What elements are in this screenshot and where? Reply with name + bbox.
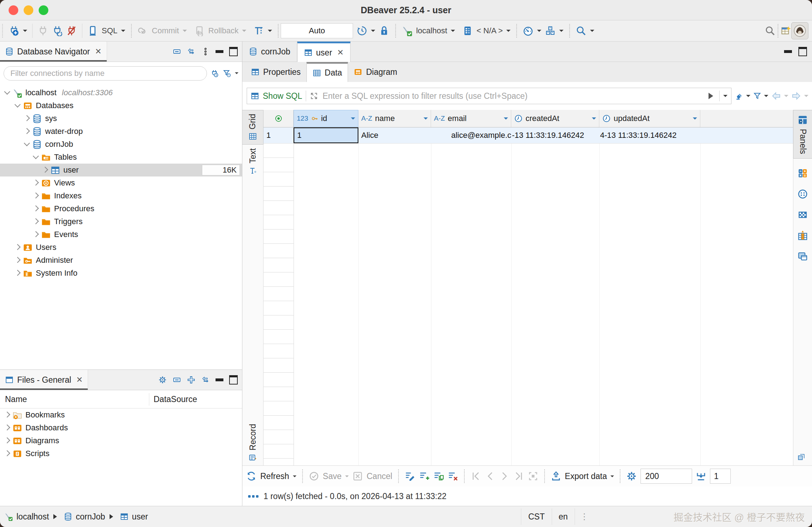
tab-text-presentation[interactable]: Text bbox=[242, 145, 263, 178]
tree-item-indexes[interactable]: Indexes bbox=[0, 189, 242, 202]
tab-data[interactable]: Data bbox=[306, 62, 348, 82]
minimize-panel-icon[interactable] bbox=[216, 50, 223, 53]
refresh-icon[interactable] bbox=[246, 471, 257, 482]
tree-item-views[interactable]: Views bbox=[0, 177, 242, 189]
tree-item-users[interactable]: Users bbox=[0, 241, 242, 254]
apply-filter-icon[interactable] bbox=[709, 93, 716, 99]
row-number-cell[interactable]: 1 bbox=[264, 127, 294, 143]
show-sql-button[interactable]: Show SQL bbox=[263, 91, 302, 101]
status-detail-icon[interactable] bbox=[248, 495, 258, 498]
cell-email[interactable]: alice@example.c bbox=[431, 127, 511, 143]
first-row-icon[interactable] bbox=[470, 471, 481, 482]
breadcrumb-table[interactable]: user bbox=[132, 512, 148, 522]
cell-name[interactable]: Alice bbox=[358, 127, 431, 143]
chevron-right-icon[interactable] bbox=[24, 128, 30, 134]
delete-row-icon[interactable] bbox=[448, 471, 458, 482]
column-header-email[interactable]: A-Z email bbox=[431, 110, 511, 127]
tree-item-events[interactable]: Events bbox=[0, 228, 242, 241]
commit-mode-select[interactable]: Auto bbox=[281, 23, 353, 38]
reconnect-icon[interactable] bbox=[52, 25, 63, 36]
collapse-all-icon[interactable] bbox=[173, 376, 181, 384]
transaction-log-dropdown[interactable] bbox=[371, 30, 375, 34]
sql-editor-dropdown[interactable] bbox=[121, 30, 125, 34]
column-header-updatedat[interactable]: updatedAt bbox=[599, 110, 700, 127]
tab-database-navigator[interactable]: Database Navigator ✕ bbox=[0, 42, 107, 62]
tree-item-tables[interactable]: Tables bbox=[0, 151, 242, 164]
commit-label[interactable]: Commit bbox=[152, 26, 179, 35]
chevron-right-icon[interactable] bbox=[33, 231, 39, 237]
forward-icon[interactable] bbox=[791, 91, 802, 101]
statusbar-menu-icon[interactable]: ⋮ bbox=[580, 506, 589, 527]
quick-search-icon[interactable] bbox=[765, 25, 775, 36]
next-row-icon[interactable] bbox=[499, 471, 510, 482]
chevron-right-icon[interactable] bbox=[4, 425, 10, 431]
lock-icon[interactable] bbox=[379, 25, 390, 36]
tab-grid-presentation[interactable]: Grid bbox=[242, 110, 264, 145]
language-indicator[interactable]: en bbox=[552, 508, 575, 525]
clear-filter-dropdown[interactable] bbox=[746, 95, 750, 99]
link-with-editor-icon[interactable] bbox=[201, 376, 210, 384]
tab-user[interactable]: user ✕ bbox=[297, 42, 351, 62]
metadata-panel-icon[interactable] bbox=[797, 189, 808, 199]
tree-item-system-info[interactable]: System Info bbox=[0, 267, 242, 280]
filter-settings-icon[interactable] bbox=[223, 69, 231, 78]
close-icon[interactable]: ✕ bbox=[337, 48, 344, 57]
schema-dropdown[interactable] bbox=[506, 30, 511, 34]
column-menu-dropdown[interactable] bbox=[592, 117, 596, 122]
chevron-right-icon[interactable] bbox=[4, 450, 10, 456]
duplicate-row-icon[interactable] bbox=[433, 471, 444, 482]
cell-id[interactable]: 1 bbox=[294, 127, 358, 143]
minimize-editor-icon[interactable] bbox=[784, 50, 792, 53]
grouping-panel-icon[interactable] bbox=[797, 230, 808, 241]
tree-item-water-drop[interactable]: water-drop bbox=[0, 125, 242, 138]
references-panel-icon[interactable] bbox=[797, 251, 808, 262]
new-connection-icon[interactable] bbox=[9, 25, 19, 36]
chevron-right-icon[interactable] bbox=[24, 115, 30, 121]
view-menu-icon[interactable] bbox=[201, 47, 210, 56]
search-icon[interactable] bbox=[576, 25, 586, 36]
column-menu-dropdown[interactable] bbox=[424, 117, 428, 122]
chevron-right-icon[interactable] bbox=[15, 257, 21, 263]
tree-item-triggers[interactable]: Triggers bbox=[0, 215, 242, 228]
column-header-createdat[interactable]: createdAt bbox=[511, 110, 599, 127]
cell-updatedat[interactable]: 4-13 11:33:19.146242 bbox=[599, 127, 700, 143]
files-item-diagrams[interactable]: Diagrams bbox=[0, 434, 242, 447]
connection-time-icon[interactable] bbox=[211, 69, 219, 78]
chevron-right-icon[interactable] bbox=[33, 180, 39, 186]
tasks-dropdown[interactable] bbox=[559, 30, 564, 34]
connection-filter-input[interactable] bbox=[10, 68, 201, 78]
perspective-icon[interactable] bbox=[780, 25, 791, 36]
user-profile-button[interactable] bbox=[791, 22, 808, 39]
column-menu-dropdown[interactable] bbox=[504, 117, 508, 122]
dashboard-dropdown[interactable] bbox=[537, 30, 541, 34]
sql-editor-label[interactable]: SQL bbox=[102, 26, 117, 35]
add-row-icon[interactable] bbox=[419, 471, 430, 482]
chevron-down-icon[interactable] bbox=[24, 140, 30, 146]
search-dropdown[interactable] bbox=[590, 30, 594, 34]
maximize-editor-icon[interactable] bbox=[798, 47, 807, 56]
toolbar-drag-handle[interactable] bbox=[2, 24, 5, 38]
grid-empty-area[interactable] bbox=[264, 144, 793, 465]
filter-settings-dropdown[interactable] bbox=[235, 72, 238, 76]
select-all-corner-cell[interactable] bbox=[264, 110, 294, 127]
filters-dropdown[interactable] bbox=[764, 95, 768, 99]
calc-panel-icon[interactable] bbox=[797, 168, 808, 179]
show-sql-icon[interactable] bbox=[251, 92, 259, 100]
collapse-all-icon[interactable] bbox=[173, 47, 181, 56]
settings-gear-icon[interactable] bbox=[626, 471, 637, 482]
tree-item-user[interactable]: user 16K bbox=[0, 164, 242, 177]
tab-panels[interactable]: Panels bbox=[793, 110, 812, 159]
cell-createdat[interactable]: -13 11:33:19.146242 bbox=[511, 127, 599, 143]
commit-icon[interactable] bbox=[137, 25, 148, 36]
filter-history-dropdown[interactable] bbox=[723, 95, 728, 99]
active-connection-label[interactable]: localhost bbox=[416, 26, 447, 35]
chevron-right-icon[interactable] bbox=[4, 437, 10, 444]
commit-dropdown[interactable] bbox=[183, 30, 187, 34]
column-header-name[interactable]: Name bbox=[0, 393, 149, 406]
column-header-id[interactable]: 123 id bbox=[294, 110, 358, 127]
tab-files-general[interactable]: Files - General ✕ bbox=[0, 370, 88, 390]
chevron-right-icon[interactable] bbox=[33, 193, 39, 199]
fetch-next-segment-icon[interactable] bbox=[696, 471, 706, 482]
files-item-dashboards[interactable]: Dashboards bbox=[0, 421, 242, 434]
tab-cornjob[interactable]: cornJob bbox=[242, 42, 297, 62]
